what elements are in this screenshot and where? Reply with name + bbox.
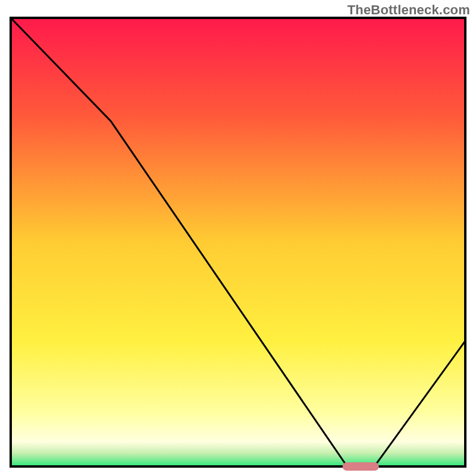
plot-background (11, 18, 465, 466)
bottleneck-chart (0, 0, 476, 476)
chart-container: TheBottleneck.com (0, 0, 476, 476)
watermark-text: TheBottleneck.com (347, 2, 470, 18)
plot-area (11, 18, 465, 466)
optimal-range-marker (343, 462, 379, 471)
